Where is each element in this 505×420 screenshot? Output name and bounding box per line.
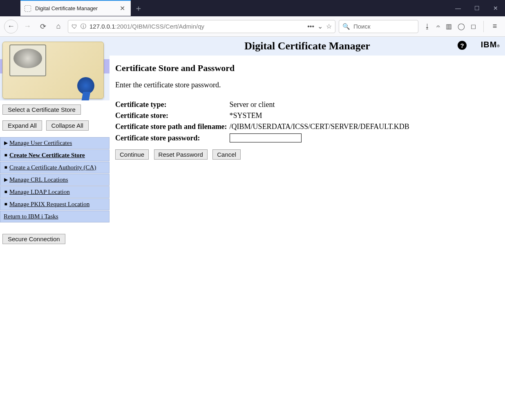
- shield-icon[interactable]: 🛡: [72, 23, 77, 30]
- content-heading: Certificate Store and Password: [115, 63, 499, 73]
- reload-button[interactable]: ⟳: [37, 20, 49, 33]
- sidebar-nav-list: ▶ Manage User Certificates ■ Create New …: [0, 137, 109, 222]
- page-title: Digital Certificate Manager: [244, 40, 370, 52]
- cancel-button[interactable]: Cancel: [212, 149, 241, 160]
- content-area: Certificate Store and Password Enter the…: [109, 56, 505, 169]
- url-text: 127.0.0.1:2001/QIBM/ICSS/Cert/Admin/qy: [89, 23, 304, 30]
- select-certificate-store-button[interactable]: Select a Certificate Store: [2, 104, 81, 115]
- sidebar-item-manage-ldap-location[interactable]: ■ Manage LDAP Location: [0, 186, 109, 198]
- sidebar-item-manage-pkix-request-location[interactable]: ■ Manage PKIX Request Location: [0, 198, 109, 210]
- cert-type-value: Server or client: [230, 99, 412, 110]
- secure-connection-button[interactable]: Secure Connection: [2, 234, 65, 244]
- page-actions-icon[interactable]: •••: [307, 23, 314, 30]
- sidebar-item-create-ca[interactable]: ■ Create a Certificate Authority (CA): [0, 162, 109, 173]
- cert-store-value: *SYSTEM: [230, 110, 412, 121]
- new-tab-button[interactable]: ＋: [131, 0, 146, 16]
- window-minimize-icon[interactable]: —: [449, 0, 467, 16]
- site-info-icon[interactable]: ⓘ: [80, 23, 86, 30]
- page-body: Select a Certificate Store Expand All Co…: [0, 37, 505, 420]
- button-row: Continue Reset Password Cancel: [115, 148, 499, 161]
- square-icon: ■: [4, 164, 8, 171]
- browser-toolbar: ← → ⟳ ⌂ 🛡 ⓘ 127.0.0.1:2001/QIBM/ICSS/Cer…: [0, 16, 505, 37]
- cert-password-label: Certificate store password:: [115, 132, 230, 144]
- sidebar-hero-image: [0, 37, 109, 100]
- sidebar-item-label[interactable]: Manage PKIX Request Location: [9, 201, 89, 208]
- window-titlebar: Digital Certificate Manager ✕ ＋ — ☐ ✕: [0, 0, 505, 16]
- search-placeholder: Поиск: [353, 23, 371, 30]
- library-icon[interactable]: 𝄐: [436, 23, 440, 30]
- toolbar-icons: ⭳ 𝄐 ▥ ◯ ◻: [424, 22, 476, 30]
- close-tab-icon[interactable]: ✕: [118, 4, 127, 12]
- continue-button[interactable]: Continue: [115, 149, 149, 160]
- account-icon[interactable]: ◯: [458, 22, 465, 30]
- sidebar-item-label[interactable]: Manage CRL Locations: [9, 176, 68, 183]
- address-bar[interactable]: 🛡 ⓘ 127.0.0.1:2001/QIBM/ICSS/Cert/Admin/…: [68, 20, 335, 33]
- pocket-icon[interactable]: ⌄: [317, 22, 323, 30]
- help-icon[interactable]: ?: [458, 41, 467, 50]
- triangle-icon: ▶: [4, 177, 8, 183]
- ibm-logo: IBM®: [481, 40, 500, 49]
- hamburger-menu-icon[interactable]: ≡: [489, 22, 501, 31]
- bookmark-star-icon[interactable]: ☆: [326, 22, 332, 30]
- cert-password-input[interactable]: [230, 133, 302, 142]
- search-icon: 🔍: [342, 23, 350, 30]
- home-button[interactable]: ⌂: [52, 20, 65, 33]
- cert-path-value: /QIBM/USERDATA/ICSS/CERT/SERVER/DEFAULT.…: [230, 121, 412, 132]
- sidebar-item-label[interactable]: Manage User Certificates: [9, 140, 72, 147]
- page-header: Digital Certificate Manager ? IBM®: [109, 37, 505, 56]
- window-controls: — ☐ ✕: [449, 0, 505, 16]
- cert-info-table: Certificate type: Server or client Certi…: [115, 99, 412, 144]
- sidebar-item-manage-user-certificates[interactable]: ▶ Manage User Certificates: [0, 137, 109, 149]
- sidebar: Select a Certificate Store Expand All Co…: [0, 37, 109, 420]
- cert-store-label: Certificate store:: [115, 110, 230, 121]
- intro-text: Enter the certificate store password.: [115, 81, 499, 89]
- toolbar-divider: [483, 21, 484, 32]
- sidebar-item-label[interactable]: Manage LDAP Location: [9, 189, 70, 196]
- window-maximize-icon[interactable]: ☐: [467, 0, 486, 16]
- tab-title: Digital Certificate Manager: [35, 5, 114, 11]
- back-button[interactable]: ←: [4, 20, 18, 33]
- sidebar-item-create-new-certificate-store[interactable]: ■ Create New Certificate Store: [0, 149, 109, 161]
- sidebar-item-label[interactable]: Create a Certificate Authority (CA): [9, 164, 96, 171]
- extension-icon[interactable]: ◻: [471, 22, 476, 30]
- sidebar-item-manage-crl-locations[interactable]: ▶ Manage CRL Locations: [0, 174, 109, 186]
- main-column: Digital Certificate Manager ? IBM® Certi…: [109, 37, 505, 420]
- square-icon: ■: [4, 189, 8, 195]
- window-close-icon[interactable]: ✕: [486, 0, 505, 16]
- downloads-icon[interactable]: ⭳: [424, 23, 431, 30]
- reset-password-button[interactable]: Reset Password: [154, 149, 208, 160]
- sidebar-icon[interactable]: ▥: [446, 22, 452, 30]
- collapse-all-button[interactable]: Collapse All: [46, 120, 89, 131]
- tab-favicon: [25, 5, 31, 12]
- triangle-icon: ▶: [4, 140, 8, 146]
- sidebar-item-label[interactable]: Create New Certificate Store: [9, 152, 85, 159]
- cert-type-label: Certificate type:: [115, 99, 230, 110]
- search-bar[interactable]: 🔍 Поиск: [339, 20, 418, 33]
- sidebar-item-label[interactable]: Return to IBM i Tasks: [4, 213, 58, 220]
- forward-button: →: [21, 20, 34, 33]
- square-icon: ■: [4, 201, 8, 207]
- square-icon: ■: [4, 152, 8, 158]
- cert-path-label: Certificate store path and filename:: [115, 121, 230, 132]
- browser-tab[interactable]: Digital Certificate Manager ✕: [20, 0, 131, 16]
- sidebar-item-return-ibm-tasks[interactable]: Return to IBM i Tasks: [0, 211, 109, 222]
- expand-all-button[interactable]: Expand All: [2, 120, 42, 131]
